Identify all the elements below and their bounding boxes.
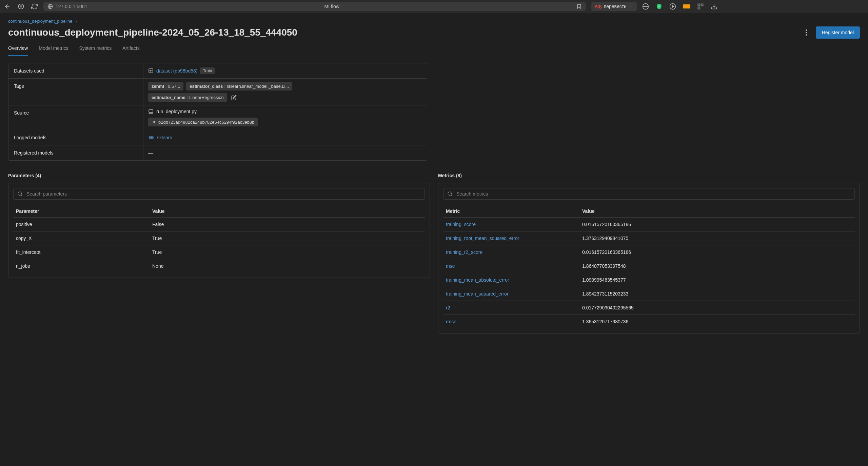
svg-point-12 — [806, 32, 807, 33]
breadcrumb: continuous_deployment_pipeline › — [8, 19, 860, 24]
metric-link[interactable]: training_mean_absolute_error — [446, 277, 509, 283]
play-icon[interactable] — [669, 3, 676, 10]
svg-point-11 — [806, 29, 807, 31]
tabs: Overview Model metrics System metrics Ar… — [8, 45, 860, 56]
home-icon[interactable] — [18, 3, 24, 10]
download-icon[interactable] — [711, 3, 717, 10]
tab-system-metrics[interactable]: System metrics — [79, 45, 112, 56]
metric-value: 1.864077053397548 — [582, 263, 852, 269]
globe-settings-icon[interactable] — [642, 3, 649, 10]
source-label: Source — [8, 105, 143, 130]
tag-estimator-class: estimator_class: sklearn.linear_model._b… — [186, 82, 292, 90]
extensions-icon[interactable] — [697, 3, 704, 10]
metric-value: 1.8942373115203233 — [582, 291, 852, 297]
tag-zenml: zenml: 0.57.1 — [148, 82, 183, 90]
svg-point-23 — [151, 136, 154, 139]
metric-link[interactable]: training_root_mean_squared_error — [446, 236, 519, 241]
metric-value: 0.017729030402295565 — [582, 305, 852, 310]
tab-model-metrics[interactable]: Model metrics — [39, 45, 68, 56]
edit-tags-icon[interactable] — [231, 95, 237, 100]
shield-icon[interactable] — [656, 3, 663, 10]
commit-icon — [152, 119, 157, 125]
svg-rect-17 — [149, 110, 153, 113]
param-header-name: Parameter — [16, 208, 148, 214]
svg-point-26 — [448, 192, 452, 196]
metric-value: 1.3653120717980736 — [582, 319, 852, 324]
chevron-right-icon: › — [76, 19, 77, 24]
back-icon[interactable] — [4, 3, 11, 10]
datasets-label: Datasets used — [8, 63, 143, 78]
svg-marker-7 — [672, 5, 674, 8]
metric-value: 1.3763129409841075 — [582, 236, 852, 241]
source-file: run_deployment.py — [156, 109, 197, 114]
svg-rect-9 — [701, 4, 703, 6]
svg-line-27 — [451, 195, 452, 196]
sklearn-icon — [148, 135, 154, 141]
param-name: fit_intercept — [16, 249, 148, 255]
dataset-link[interactable]: dataset (db98bd58) — [156, 68, 197, 74]
table-row: positive False — [13, 217, 425, 231]
parameters-panel: Parameters (4) Parameter Value positive … — [8, 173, 430, 333]
metric-link[interactable]: rmse — [446, 319, 456, 324]
svg-point-24 — [18, 192, 22, 196]
tab-overview[interactable]: Overview — [8, 45, 28, 56]
metrics-header: Metric Value — [443, 205, 855, 217]
table-row: mse 1.864077053397548 — [443, 259, 855, 273]
dataset-badge: Train — [200, 67, 215, 74]
svg-point-4 — [631, 7, 631, 8]
logged-models-row: Logged models sklearn — [8, 130, 427, 145]
globe-icon — [47, 4, 53, 9]
page-title: continuous_deployment_pipeline-2024_05_2… — [8, 27, 297, 38]
translate-button[interactable]: Aあ перевести — [591, 2, 637, 11]
metric-link[interactable]: training_r2_score — [446, 249, 482, 255]
param-name: positive — [16, 222, 148, 227]
page-title-bar: MLflow — [90, 4, 574, 9]
metric-value: 1.090995463545377 — [582, 277, 852, 283]
svg-rect-8 — [698, 4, 700, 6]
table-row: training_root_mean_squared_error 1.37631… — [443, 231, 855, 245]
metrics-title: Metrics (8) — [438, 173, 860, 178]
register-model-button[interactable]: Register model — [816, 26, 860, 39]
metric-link[interactable]: training_mean_squared_error — [446, 291, 508, 297]
parameters-header: Parameter Value — [13, 205, 425, 217]
tab-artifacts[interactable]: Artifacts — [122, 45, 140, 56]
laptop-icon — [148, 109, 154, 114]
param-value: True — [152, 236, 422, 241]
param-value: None — [152, 263, 422, 269]
kebab-icon[interactable] — [629, 4, 633, 9]
breadcrumb-experiment-link[interactable]: continuous_deployment_pipeline — [8, 19, 72, 24]
param-name: copy_X — [16, 236, 148, 241]
table-row: r2 0.017729030402295565 — [443, 301, 855, 315]
metric-link[interactable]: r2 — [446, 305, 450, 310]
logged-model-link[interactable]: sklearn — [157, 135, 172, 140]
search-icon — [17, 191, 23, 197]
table-row: rmse 1.3653120717980736 — [443, 315, 855, 328]
url-text: 127.0.0.1:5001 — [56, 4, 87, 9]
param-value: True — [152, 249, 422, 255]
table-row: training_score 0.01615720160365186 — [443, 217, 855, 231]
search-parameters-input[interactable] — [13, 188, 425, 200]
bookmark-icon[interactable] — [576, 4, 582, 9]
metric-link[interactable]: training_score — [446, 222, 476, 227]
battery-icon — [683, 4, 690, 8]
translate-icon: Aあ — [595, 4, 602, 9]
registered-models-row: Registered models — — [8, 145, 427, 160]
more-actions-icon[interactable] — [802, 28, 810, 37]
search-icon — [447, 191, 453, 197]
svg-rect-10 — [698, 7, 700, 9]
metric-header-name: Metric — [446, 208, 578, 214]
table-row: fit_intercept True — [13, 245, 425, 259]
info-table: Datasets used dataset (db98bd58) Train T… — [8, 63, 427, 161]
dataset-icon — [148, 68, 154, 74]
address-bar[interactable]: 127.0.0.1:5001 MLflow — [43, 2, 586, 11]
svg-point-13 — [806, 34, 807, 36]
reload-icon[interactable] — [31, 3, 38, 10]
source-commit: b2db723ad4882ca248b782e54c5294f92ac3eb8b — [148, 118, 258, 126]
search-metrics-input[interactable] — [443, 188, 855, 200]
svg-point-19 — [154, 121, 155, 123]
translate-label: перевести — [604, 4, 627, 9]
logged-models-label: Logged models — [8, 130, 143, 145]
svg-point-2 — [631, 5, 631, 5]
metric-link[interactable]: mse — [446, 263, 455, 269]
param-value: False — [152, 222, 422, 227]
